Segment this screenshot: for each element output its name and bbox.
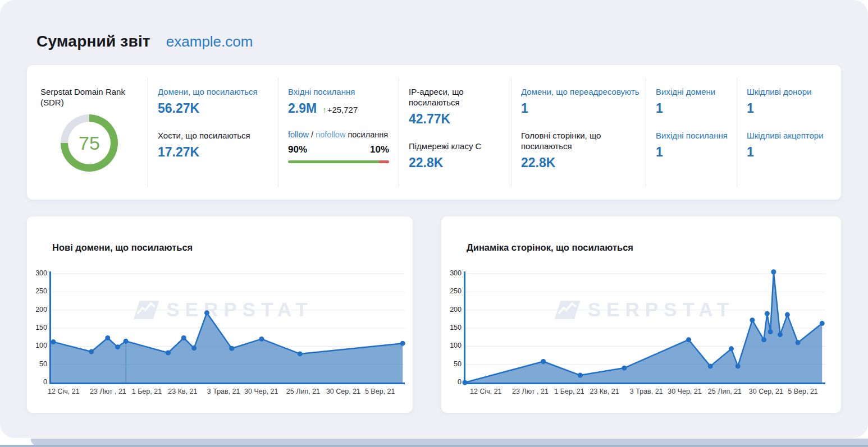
sdr-gauge: 75	[61, 114, 118, 172]
inbound-links-delta: ↑+25,727	[322, 105, 358, 114]
area-chart-plot[interactable]	[464, 270, 825, 383]
referring-hosts-block: Хости, що посилаються 17.27K	[158, 130, 272, 159]
x-axis-labels: 12 Січ, 2123 Лют , 211 Бер, 2123 Кв, 213…	[464, 388, 825, 399]
chart-title-right: Динаміка сторінок, що посилаються	[467, 242, 841, 253]
referring-domains-label[interactable]: Домени, що посилаються	[158, 86, 272, 97]
background-bottom-edge	[0, 445, 868, 447]
redirecting-domains-label[interactable]: Домени, що переадресовують	[521, 86, 640, 97]
outbound-domains-value: 1	[656, 101, 731, 116]
referring-homepages-label: Головні сторінки, що посилаються	[521, 130, 640, 151]
slash-separator: /	[311, 130, 313, 139]
area-chart-plot[interactable]	[49, 270, 405, 383]
referring-homepages-block: Головні сторінки, що посилаються 22.8K	[521, 130, 640, 170]
inbound-links-column: Вхідні посилання 2.9M ↑+25,727 follow / …	[278, 77, 399, 187]
referring-domains-value: 56.27K	[158, 101, 272, 116]
y-axis-labels: 050100150200250300	[448, 270, 462, 383]
malicious-donors-block: Шкідливі донори 1	[747, 86, 835, 116]
follow-nofollow-line: follow / nofollow посилання	[288, 130, 393, 139]
domain-link[interactable]: example.com	[166, 33, 253, 50]
redirecting-domains-block: Домени, що переадресовують 1	[521, 86, 640, 116]
inbound-links-block: Вхідні посилання 2.9M ↑+25,727	[288, 86, 393, 116]
malicious-acceptors-block: Шкідливі акцептори 1	[747, 130, 835, 159]
malicious-donors-value: 1	[747, 101, 835, 116]
nofollow-link[interactable]: nofollow	[316, 130, 345, 139]
follow-nofollow-percents: 90% 10%	[288, 144, 389, 155]
new-referring-domains-chart-card: Нові домени, що посилаються SERPSTAT 050…	[27, 216, 413, 413]
inbound-links-value-row: 2.9M ↑+25,727	[288, 101, 393, 116]
charts-row: Нові домени, що посилаються SERPSTAT 050…	[27, 216, 841, 413]
outbound-domains-block: Вихідні домени 1	[656, 86, 731, 116]
subnets-label: Підмережі класу C	[409, 141, 505, 151]
referring-column: Домени, що посилаються 56.27K Хости, що …	[148, 77, 278, 187]
follow-link[interactable]: follow	[288, 130, 309, 139]
outbound-column: Вихідні домени 1 Вихідні посилання 1	[646, 77, 737, 187]
inbound-links-label[interactable]: Вхідні посилання	[288, 86, 393, 97]
sdr-label: Serpstat Domain Rank (SDR)	[40, 86, 142, 108]
nofollow-percent: 10%	[370, 144, 389, 155]
referring-pages-dynamics-chart-card: Динаміка сторінок, що посилаються SERPST…	[441, 216, 841, 413]
inbound-links-delta-value: +25,727	[327, 105, 358, 114]
redirecting-domains-value: 1	[521, 101, 640, 116]
referring-domains-block: Домени, що посилаються 56.27K	[158, 86, 272, 116]
outbound-links-label[interactable]: Вихідні посилання	[656, 130, 731, 141]
malicious-acceptors-label[interactable]: Шкідливі акцептори	[747, 130, 835, 141]
referring-hosts-label: Хости, що посилаються	[158, 130, 272, 141]
outbound-links-value: 1	[656, 145, 731, 159]
malicious-acceptors-value: 1	[747, 145, 835, 159]
follow-nofollow-block: follow / nofollow посилання 90% 10%	[288, 130, 393, 163]
y-axis-labels: 050100150200250300	[34, 270, 47, 383]
subnets-block: Підмережі класу C 22.8K	[409, 141, 505, 170]
sdr-column: Serpstat Domain Rank (SDR) 75	[27, 77, 148, 187]
sdr-value: 75	[61, 114, 118, 172]
referring-ips-block: IP-адреси, що посилаються 42.77K	[409, 86, 505, 126]
redirect-column: Домени, що переадресовують 1 Головні сто…	[511, 77, 646, 187]
ip-column: IP-адреси, що посилаються 42.77K Підмере…	[399, 77, 511, 187]
referring-ips-label: IP-адреси, що посилаються	[409, 86, 505, 108]
follow-nofollow-bar	[288, 160, 389, 163]
follow-bar-segment	[288, 160, 379, 163]
chart-right: SERPSTAT 050100150200250300 12 Січ, 2123…	[448, 270, 841, 403]
x-axis-labels: 12 Січ, 2123 Лют , 211 Бер, 2123 Кв, 213…	[49, 388, 405, 399]
page: Сумарний звіт example.com Serpstat Domai…	[0, 0, 868, 447]
links-word: посилання	[348, 130, 388, 139]
referring-ips-value: 42.77K	[409, 112, 505, 126]
page-title: Сумарний звіт	[36, 33, 150, 50]
summary-metrics-card: Serpstat Domain Rank (SDR) 75 Домени, що…	[27, 65, 841, 200]
chart-left: SERPSTAT 050100150200250300 12 Січ, 2123…	[34, 270, 413, 403]
report-sheet: Сумарний звіт example.com Serpstat Domai…	[0, 0, 868, 438]
malicious-column: Шкідливі донори 1 Шкідливі акцептори 1	[737, 77, 841, 187]
subnets-value: 22.8K	[409, 155, 505, 170]
nofollow-bar-segment	[379, 160, 389, 163]
outbound-domains-label[interactable]: Вихідні домени	[656, 86, 731, 97]
report-header: Сумарний звіт example.com	[0, 0, 868, 50]
inbound-links-value: 2.9M	[288, 101, 317, 116]
malicious-donors-label[interactable]: Шкідливі донори	[747, 86, 835, 97]
referring-hosts-value: 17.27K	[158, 145, 272, 159]
arrow-up-icon: ↑	[322, 105, 327, 114]
follow-percent: 90%	[288, 144, 307, 155]
chart-title-left: Нові домени, що посилаються	[52, 242, 413, 253]
outbound-links-block: Вихідні посилання 1	[656, 130, 731, 159]
referring-homepages-value: 22.8K	[521, 155, 640, 170]
